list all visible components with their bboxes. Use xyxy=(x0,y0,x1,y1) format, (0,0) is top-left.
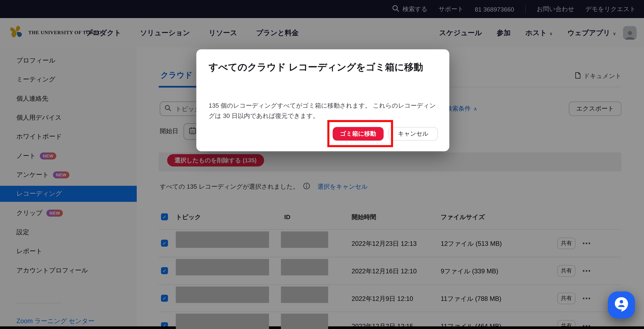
dialog-title: すべてのクラウド レコーディングをゴミ箱に移動 xyxy=(209,60,438,74)
chat-person-icon xyxy=(614,296,629,314)
highlight-annotation-box xyxy=(327,120,393,147)
move-to-trash-dialog: すべてのクラウド レコーディングをゴミ箱に移動 135 個のレコーディングすべて… xyxy=(196,49,449,151)
support-chat-button[interactable] xyxy=(608,291,635,318)
dialog-body-text: 135 個のレコーディングすべてがゴミ箱に移動されます。 これらのレコーディング… xyxy=(209,100,437,121)
page: 検索する サポート 81 368973660 お問い合わせ デモをリクエスト T… xyxy=(0,0,644,329)
cancel-button[interactable]: キャンセル xyxy=(388,127,438,141)
